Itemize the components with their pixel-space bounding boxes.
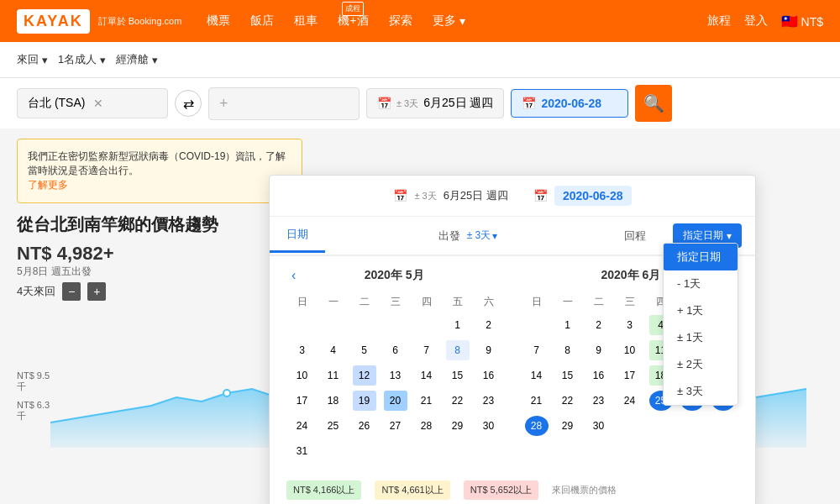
may-day-15[interactable]: 15 (446, 365, 470, 386)
may-day-12[interactable]: 12 (353, 365, 376, 386)
passengers-selector[interactable]: 1名成人 ▾ (58, 52, 106, 67)
jun-day-17[interactable]: 17 (618, 365, 642, 386)
duration-minus[interactable]: − (62, 282, 81, 301)
prev-month-arrow[interactable]: ‹ (286, 266, 301, 285)
jun-day-30[interactable]: 30 (587, 416, 611, 436)
jun-day-15[interactable]: 15 (556, 365, 580, 386)
nav-more[interactable]: 更多 ▾ (433, 13, 465, 29)
may-day-2[interactable]: 2 (477, 315, 501, 335)
nav-flights-hotels[interactable]: 成程 機+酒 (338, 13, 368, 29)
currency-selector[interactable]: 🇹🇼 NT$ (781, 13, 823, 29)
tab-date[interactable]: 日期 (270, 218, 325, 253)
may-day-7[interactable]: 7 (415, 340, 438, 360)
trip-type-selector[interactable]: 來回 ▾ (17, 52, 48, 67)
tolerance-selector[interactable]: ± 3天 ▾ (467, 228, 498, 243)
may-day-29[interactable]: 29 (446, 416, 470, 436)
may-day-6[interactable]: 6 (384, 340, 407, 360)
may-day-20[interactable]: 20 (384, 391, 407, 411)
itinerary-link[interactable]: 旅程 (707, 13, 731, 29)
login-link[interactable]: 登入 (744, 13, 768, 29)
may-day-21[interactable]: 21 (415, 391, 438, 411)
jun-day-24[interactable]: 24 (618, 391, 642, 411)
table-row: 17 18 19 20 21 22 23 (286, 388, 504, 413)
may-day-22[interactable]: 22 (446, 391, 470, 411)
return-date-active[interactable]: 2020-06-28 (554, 186, 632, 206)
may-day-18[interactable]: 18 (322, 391, 345, 411)
may-day-24[interactable]: 24 (291, 416, 314, 436)
jun-title: 2020年 6月 (601, 268, 660, 283)
duration-plus[interactable]: + (87, 282, 106, 301)
jun-day-29[interactable]: 29 (556, 416, 580, 436)
departure-label: 出發 (438, 228, 460, 244)
covid-link[interactable]: 了解更多 (28, 179, 68, 191)
depart-date-input[interactable]: 📅 ± 3天 6月25日 週四 (366, 88, 504, 118)
swap-button[interactable]: ⇄ (175, 90, 202, 117)
may-day-9[interactable]: 9 (477, 340, 501, 360)
jun-day-7[interactable]: 7 (525, 340, 549, 360)
may-day-16[interactable]: 16 (477, 365, 501, 386)
dropdown-arrow-icon: ▾ (727, 230, 732, 242)
may-day-13[interactable]: 13 (384, 365, 407, 386)
jun-day-1[interactable]: 1 (556, 315, 580, 335)
nav-flights[interactable]: 機票 (207, 13, 230, 29)
date-type-dropdown: 指定日期 - 1天 + 1天 ± 1天 ± 2天 ± 3天 (663, 243, 738, 406)
cal-return-icon: 📅 (533, 189, 548, 202)
may-day-5[interactable]: 5 (353, 340, 376, 360)
calendar-icon: 📅 (377, 97, 391, 110)
return-date-input[interactable]: 📅 2020-06-28 (511, 89, 628, 118)
may-nav: ‹ 2020年 5月 (286, 266, 504, 285)
trip-type-label: 來回 (17, 52, 39, 67)
may-day-23[interactable]: 23 (477, 391, 501, 411)
dropdown-item-pm2[interactable]: ± 2天 (664, 351, 738, 378)
may-day-17[interactable]: 17 (291, 391, 314, 411)
may-day-19[interactable]: 19 (353, 391, 376, 411)
may-day-28[interactable]: 28 (415, 416, 438, 436)
dropdown-item-specified[interactable]: 指定日期 (664, 244, 738, 270)
may-day-8[interactable]: 8 (446, 340, 470, 360)
may-day-10[interactable]: 10 (291, 365, 314, 386)
jun-day-14[interactable]: 14 (525, 365, 549, 386)
search-icon: 🔍 (643, 93, 664, 113)
jun-header-wed: 三 (614, 291, 645, 312)
may-day-26[interactable]: 26 (353, 416, 376, 436)
dropdown-item-plus1[interactable]: + 1天 (664, 297, 738, 324)
jun-day-21[interactable]: 21 (525, 391, 549, 411)
dropdown-item-pm3[interactable]: ± 3天 (664, 378, 738, 405)
jun-day-8[interactable]: 8 (556, 340, 580, 360)
jun-day-2[interactable]: 2 (587, 315, 611, 335)
table-row: 24 25 26 27 28 29 30 (286, 413, 504, 438)
nav-hotels[interactable]: 飯店 (250, 13, 274, 29)
main-content: 我們正在密切監察新型冠狀病毒（COVID-19）資訊，了解當時狀況是否適合出行。… (0, 129, 840, 448)
may-day-14[interactable]: 14 (415, 365, 438, 386)
may-day-3[interactable]: 3 (291, 340, 314, 360)
origin-input[interactable]: 台北 (TSA) ✕ (17, 88, 168, 118)
may-day-27[interactable]: 27 (384, 416, 407, 436)
add-destination-icon: + (219, 95, 228, 113)
nav-explore[interactable]: 探索 (389, 13, 412, 29)
clear-icon[interactable]: ✕ (93, 97, 103, 110)
dropdown-item-pm1[interactable]: ± 1天 (664, 324, 738, 351)
may-day-25[interactable]: 25 (322, 416, 345, 436)
jun-day-10[interactable]: 10 (618, 340, 642, 360)
may-day-11[interactable]: 11 (322, 365, 345, 386)
depart-date-display: 📅 ± 3天 6月25日 週四 (393, 188, 508, 203)
jun-day-22[interactable]: 22 (556, 391, 580, 411)
search-button[interactable]: 🔍 (635, 85, 672, 122)
jun-day-9[interactable]: 9 (587, 340, 611, 360)
price-high-label: NT$ 5,652以上 (464, 480, 538, 500)
jun-day-3[interactable]: 3 (618, 315, 642, 335)
may-day-1[interactable]: 1 (446, 315, 470, 335)
destination-input[interactable]: + (208, 87, 360, 120)
table-row: 1 2 (286, 312, 504, 338)
cabin-class-selector[interactable]: 經濟艙 ▾ (116, 52, 158, 67)
may-day-4[interactable]: 4 (322, 340, 345, 360)
swap-icon: ⇄ (183, 96, 194, 112)
table-row: 3 4 5 6 7 8 9 (286, 338, 504, 363)
may-day-30[interactable]: 30 (477, 416, 501, 436)
jun-day-28[interactable]: 28 (525, 416, 549, 436)
may-day-31[interactable]: 31 (291, 441, 314, 461)
jun-day-16[interactable]: 16 (587, 365, 611, 386)
jun-day-23[interactable]: 23 (587, 391, 611, 411)
nav-rental[interactable]: 租車 (294, 13, 318, 29)
dropdown-item-minus1[interactable]: - 1天 (664, 270, 738, 297)
